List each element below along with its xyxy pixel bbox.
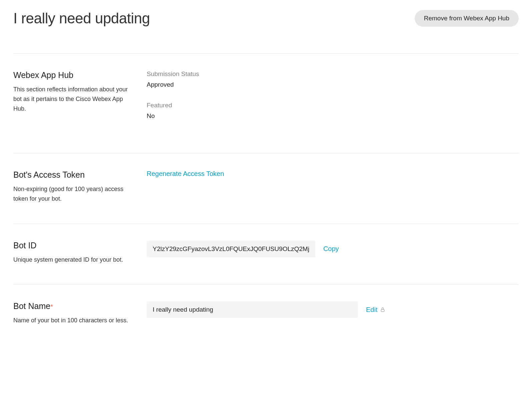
bot-id-row: Y2lzY29zcGFyazovL3VzL0FQUExJQ0FUSU9OLzQ2… bbox=[147, 241, 519, 257]
remove-from-app-hub-button[interactable]: Remove from Webex App Hub bbox=[415, 10, 519, 27]
lock-icon bbox=[380, 307, 385, 312]
section-desc-access-token: Non-expiring (good for 100 years) access… bbox=[13, 184, 133, 204]
section-desc-app-hub: This section reflects information about … bbox=[13, 85, 133, 113]
section-bot-id: Bot ID Unique system generated ID for yo… bbox=[13, 224, 519, 285]
required-star-icon: * bbox=[50, 303, 53, 310]
field-featured: Featured No bbox=[147, 102, 519, 120]
section-right: Regenerate Access Token bbox=[147, 170, 519, 204]
section-desc-bot-name: Name of your bot in 100 characters or le… bbox=[13, 316, 133, 325]
section-bot-name: Bot Name* Name of your bot in 100 charac… bbox=[13, 284, 519, 335]
page-title: I really need updating bbox=[13, 10, 150, 27]
page-header: I really need updating Remove from Webex… bbox=[13, 10, 519, 53]
section-right: Submission Status Approved Featured No bbox=[147, 70, 519, 133]
field-submission-status: Submission Status Approved bbox=[147, 70, 519, 88]
section-left: Bot's Access Token Non-expiring (good fo… bbox=[13, 170, 147, 204]
section-right: I really need updating Edit bbox=[147, 301, 519, 325]
section-webex-app-hub: Webex App Hub This section reflects info… bbox=[13, 53, 519, 153]
section-title-bot-id: Bot ID bbox=[13, 241, 133, 250]
section-desc-bot-id: Unique system generated ID for your bot. bbox=[13, 255, 133, 265]
section-title-bot-name: Bot Name* bbox=[13, 301, 133, 311]
bot-id-value: Y2lzY29zcGFyazovL3VzL0FQUExJQ0FUSU9OLzQ2… bbox=[147, 241, 315, 257]
featured-value: No bbox=[147, 112, 519, 120]
edit-group: Edit bbox=[366, 306, 385, 314]
submission-status-value: Approved bbox=[147, 81, 519, 88]
regenerate-access-token-link[interactable]: Regenerate Access Token bbox=[147, 170, 224, 177]
featured-label: Featured bbox=[147, 102, 519, 109]
submission-status-label: Submission Status bbox=[147, 70, 519, 78]
section-title-app-hub: Webex App Hub bbox=[13, 70, 133, 80]
section-right: Y2lzY29zcGFyazovL3VzL0FQUExJQ0FUSU9OLzQ2… bbox=[147, 241, 519, 265]
bot-name-value: I really need updating bbox=[147, 301, 358, 318]
section-left: Bot Name* Name of your bot in 100 charac… bbox=[13, 301, 147, 325]
svg-rect-0 bbox=[381, 310, 384, 312]
edit-bot-name-link[interactable]: Edit bbox=[366, 306, 377, 314]
section-access-token: Bot's Access Token Non-expiring (good fo… bbox=[13, 153, 519, 224]
bot-name-row: I really need updating Edit bbox=[147, 301, 519, 318]
copy-bot-id-link[interactable]: Copy bbox=[323, 245, 339, 253]
bot-name-title-text: Bot Name bbox=[13, 301, 50, 311]
section-left: Webex App Hub This section reflects info… bbox=[13, 70, 147, 133]
section-left: Bot ID Unique system generated ID for yo… bbox=[13, 241, 147, 265]
section-title-access-token: Bot's Access Token bbox=[13, 170, 133, 180]
